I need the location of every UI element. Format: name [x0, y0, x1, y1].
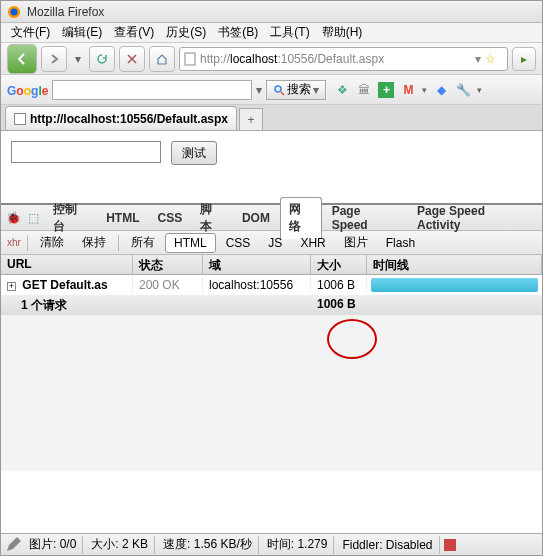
url-bar[interactable]: http://localhost:10556/Default.aspx ▾ ☆ — [179, 47, 508, 71]
search-icon — [273, 84, 285, 96]
inspect-icon[interactable]: ⬚ — [25, 209, 43, 227]
net-filter-html[interactable]: HTML — [165, 233, 216, 253]
menu-edit[interactable]: 编辑(E) — [58, 22, 106, 43]
request-status-cell: 200 OK — [133, 276, 203, 294]
menu-view[interactable]: 查看(V) — [110, 22, 158, 43]
tab-title: http://localhost:10556/Default.aspx — [30, 112, 228, 126]
tabstrip: http://localhost:10556/Default.aspx + — [1, 105, 542, 131]
devtools-tab-html[interactable]: HTML — [98, 208, 147, 228]
page-icon — [184, 52, 196, 66]
status-speed: 速度: 1.56 KB/秒 — [157, 536, 259, 554]
devtools-tab-pagespeed[interactable]: Page Speed — [324, 201, 407, 235]
request-domain-cell: localhost:10556 — [203, 276, 311, 294]
forward-button[interactable] — [41, 46, 67, 72]
bookmark-star-icon[interactable]: ☆ — [485, 52, 503, 66]
devtools-tabs: 🐞 ⬚ 控制台 HTML CSS 脚本 DOM 网络 Page Speed Pa… — [1, 205, 542, 231]
browser-tab[interactable]: http://localhost:10556/Default.aspx — [5, 106, 237, 130]
back-button[interactable] — [7, 44, 37, 74]
page-content: 测试 — [1, 131, 542, 203]
news-icon[interactable]: ❖ — [334, 82, 350, 98]
expand-icon[interactable]: + — [7, 282, 16, 291]
bug-icon[interactable]: 🐞 — [5, 209, 23, 227]
devtools-tab-css[interactable]: CSS — [150, 208, 191, 228]
devtools-tab-pagespeed-activity[interactable]: Page Speed Activity — [409, 201, 538, 235]
svg-rect-4 — [444, 539, 456, 551]
status-extra-icon[interactable] — [442, 537, 458, 553]
menubar: 文件(F) 编辑(E) 查看(V) 历史(S) 书签(B) 工具(T) 帮助(H… — [1, 23, 542, 43]
new-tab-button[interactable]: + — [239, 108, 263, 130]
plus-icon[interactable]: + — [378, 82, 394, 98]
svg-point-1 — [11, 8, 18, 15]
net-filter-all[interactable]: 所有 — [123, 232, 163, 253]
net-request-row[interactable]: + GET Default.as 200 OK localhost:10556 … — [1, 275, 542, 295]
status-size: 大小: 2 KB — [85, 536, 155, 554]
svg-point-3 — [275, 86, 281, 92]
status-images: 图片: 0/0 — [23, 536, 83, 554]
col-timeline[interactable]: 时间线 — [367, 255, 542, 274]
net-persist-button[interactable]: 保持 — [74, 232, 114, 253]
status-time: 时间: 1.279 — [261, 536, 335, 554]
google-search-button[interactable]: 搜索 ▾ — [266, 80, 326, 100]
building-icon[interactable]: 🏛 — [356, 82, 372, 98]
tab-page-icon — [14, 113, 26, 125]
menu-tools[interactable]: 工具(T) — [266, 22, 313, 43]
col-status[interactable]: 状态 — [133, 255, 203, 274]
total-requests: 1 个请求 — [1, 295, 133, 315]
devtools-panel: 🐞 ⬚ 控制台 HTML CSS 脚本 DOM 网络 Page Speed Pa… — [1, 203, 542, 471]
nav-history-dropdown[interactable]: ▾ — [71, 52, 85, 66]
status-fiddler[interactable]: Fiddler: Disabled — [336, 536, 439, 554]
net-total-row: 1 个请求 1006 B — [1, 295, 542, 315]
google-search-dropdown[interactable]: ▾ — [256, 83, 262, 97]
text-input[interactable] — [11, 141, 161, 163]
google-logo: Google — [7, 82, 48, 98]
request-url-cell: + GET Default.as — [1, 276, 133, 294]
window-titlebar: Mozilla Firefox — [1, 1, 542, 23]
wrench-icon[interactable]: 🔧 — [455, 82, 471, 98]
reload-button[interactable] — [89, 46, 115, 72]
home-button[interactable] — [149, 46, 175, 72]
devtools-tab-dom[interactable]: DOM — [234, 208, 278, 228]
net-filter-js[interactable]: JS — [260, 234, 290, 252]
menu-history[interactable]: 历史(S) — [162, 22, 210, 43]
google-toolbar: Google ▾ 搜索 ▾ ❖ 🏛 + M▾ ◆ 🔧▾ — [1, 75, 542, 105]
gmail-icon[interactable]: M — [400, 82, 416, 98]
xhr-break-icon[interactable]: xhr — [5, 234, 23, 252]
menu-bookmarks[interactable]: 书签(B) — [214, 22, 262, 43]
net-filter-img[interactable]: 图片 — [336, 232, 376, 253]
request-size-cell: 1006 B — [311, 276, 367, 294]
devtools-tab-net[interactable]: 网络 — [280, 197, 322, 239]
window-title: Mozilla Firefox — [27, 5, 104, 19]
net-clear-button[interactable]: 清除 — [32, 232, 72, 253]
col-size[interactable]: 大小 — [311, 255, 367, 274]
statusbar: 图片: 0/0 大小: 2 KB 速度: 1.56 KB/秒 时间: 1.279… — [1, 533, 542, 555]
net-filter-xhr[interactable]: XHR — [292, 234, 333, 252]
net-filter-flash[interactable]: Flash — [378, 234, 423, 252]
col-domain[interactable]: 域 — [203, 255, 311, 274]
total-size: 1006 B — [311, 295, 367, 315]
col-url[interactable]: URL — [1, 255, 133, 274]
go-button[interactable]: ▸ — [512, 47, 536, 71]
devtools-net-subbar: xhr 清除 保持 所有 HTML CSS JS XHR 图片 Flash — [1, 231, 542, 255]
request-timeline-bar — [371, 278, 538, 292]
firefox-icon — [7, 5, 21, 19]
stop-button[interactable] — [119, 46, 145, 72]
test-button[interactable]: 测试 — [171, 141, 217, 165]
url-text: http://localhost:10556/Default.aspx — [200, 52, 471, 66]
menu-help[interactable]: 帮助(H) — [318, 22, 367, 43]
net-filter-css[interactable]: CSS — [218, 234, 259, 252]
bookmark-icon[interactable]: ◆ — [433, 82, 449, 98]
svg-rect-2 — [185, 53, 195, 65]
menu-file[interactable]: 文件(F) — [7, 22, 54, 43]
google-search-input[interactable] — [52, 80, 252, 100]
net-empty-area — [1, 315, 542, 471]
devtools-tab-script[interactable]: 脚本 — [192, 198, 232, 238]
nav-toolbar: ▾ http://localhost:10556/Default.aspx ▾ … — [1, 43, 542, 75]
pencil-icon[interactable] — [5, 537, 21, 553]
url-dropdown-icon[interactable]: ▾ — [475, 52, 481, 66]
net-table-header: URL 状态 域 大小 时间线 — [1, 255, 542, 275]
